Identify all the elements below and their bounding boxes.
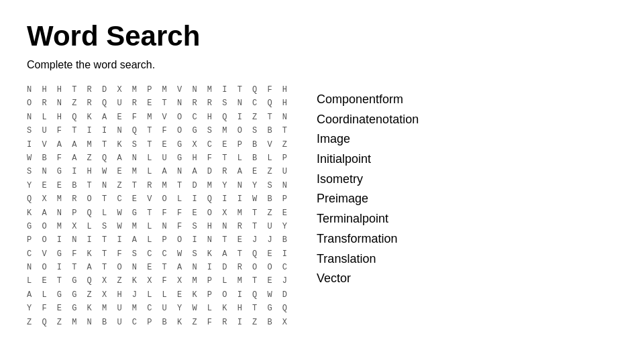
word-list-item: Coordinatenotation (317, 110, 617, 130)
word-list-item: Preimage (317, 189, 617, 209)
page-subtitle: Complete the word search. (27, 59, 617, 71)
page: Word Search Complete the word search. N … (0, 0, 644, 362)
word-list-item: Isometry (317, 170, 617, 190)
word-list-item: Transformation (317, 229, 617, 249)
word-list-item: Componentform (317, 90, 617, 110)
word-search-grid-container: N H H T R D X M P M V N M I T Q F H O R … (27, 83, 290, 349)
word-list-item: Image (317, 129, 617, 149)
word-list-item: Initialpoint (317, 149, 617, 170)
word-search-grid: N H H T R D X M P M V N M I T Q F H O R … (27, 83, 290, 329)
word-list-item: Translation (317, 249, 617, 269)
word-list-item: Terminalpoint (317, 209, 617, 229)
page-title: Word Search (27, 20, 617, 52)
word-list-item: Vector (317, 269, 617, 289)
content-area: N H H T R D X M P M V N M I T Q F H O R … (27, 83, 617, 349)
word-list: ComponentformCoordinatenotationImageInit… (317, 83, 617, 349)
